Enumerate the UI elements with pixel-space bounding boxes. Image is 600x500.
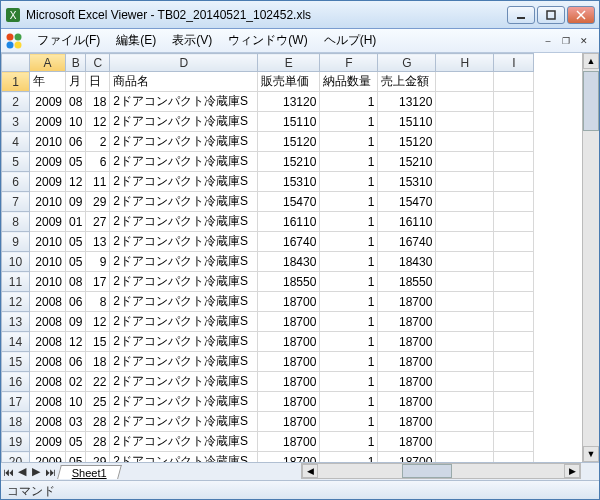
cell[interactable]: 2010 [30,232,66,252]
cell[interactable]: 8 [86,292,110,312]
col-header-E[interactable]: E [258,54,320,72]
cell[interactable] [436,392,494,412]
cell[interactable]: 16110 [258,212,320,232]
mdi-minimize-icon[interactable]: – [541,35,555,47]
cell[interactable]: 05 [66,452,86,463]
cell[interactable]: 28 [86,432,110,452]
cell[interactable] [494,452,534,463]
cell[interactable]: 1 [320,232,378,252]
cell[interactable]: 2009 [30,112,66,132]
cell[interactable]: 18 [86,352,110,372]
cell[interactable]: 18700 [258,372,320,392]
cell[interactable] [494,412,534,432]
cell[interactable]: 09 [66,312,86,332]
cell[interactable]: 1 [320,92,378,112]
cell[interactable]: 05 [66,232,86,252]
col-header-B[interactable]: B [66,54,86,72]
cell[interactable] [436,92,494,112]
cell[interactable]: 12 [66,172,86,192]
cell[interactable]: 18700 [378,432,436,452]
cell[interactable]: 22 [86,372,110,392]
cell[interactable]: 18430 [258,252,320,272]
cell[interactable]: 18700 [378,372,436,392]
cell[interactable]: 09 [66,192,86,212]
cell[interactable]: 18700 [258,432,320,452]
cell[interactable]: 1 [320,292,378,312]
cell[interactable]: 2010 [30,252,66,272]
cell[interactable] [494,272,534,292]
menu-view[interactable]: 表示(V) [164,30,220,51]
cell[interactable]: 18700 [378,352,436,372]
cell[interactable]: 1 [320,212,378,232]
cell[interactable] [494,152,534,172]
cell[interactable]: 18700 [258,392,320,412]
cell[interactable]: 16110 [378,212,436,232]
menu-help[interactable]: ヘルプ(H) [316,30,385,51]
cell[interactable]: 15110 [258,112,320,132]
cell[interactable]: 15120 [258,132,320,152]
cell[interactable]: 2ドアコンパクト冷蔵庫S [110,152,258,172]
cell[interactable]: 2009 [30,212,66,232]
cell[interactable]: 06 [66,132,86,152]
row-header[interactable]: 18 [2,412,30,432]
cell[interactable]: 18550 [258,272,320,292]
cell[interactable]: 2009 [30,172,66,192]
cell[interactable]: 08 [66,272,86,292]
cell[interactable]: 18550 [378,272,436,292]
cell[interactable]: 2008 [30,312,66,332]
cell[interactable]: 18700 [378,392,436,412]
cell[interactable]: 13120 [378,92,436,112]
cell[interactable]: 2ドアコンパクト冷蔵庫S [110,192,258,212]
cell[interactable]: 年 [30,72,66,92]
cell[interactable]: 6 [86,152,110,172]
cell[interactable]: 2ドアコンパクト冷蔵庫S [110,92,258,112]
cell[interactable]: 2009 [30,432,66,452]
cell[interactable]: 05 [66,152,86,172]
cell[interactable]: 15470 [258,192,320,212]
row-header[interactable]: 20 [2,452,30,463]
cell[interactable]: 18700 [378,332,436,352]
minimize-button[interactable] [507,6,535,24]
cell[interactable] [436,352,494,372]
row-header[interactable]: 12 [2,292,30,312]
cell[interactable]: 1 [320,152,378,172]
row-header[interactable]: 7 [2,192,30,212]
cell[interactable] [436,312,494,332]
sheet-tab[interactable]: Sheet1 [57,465,122,479]
cell[interactable] [494,312,534,332]
cell[interactable] [436,212,494,232]
row-header[interactable]: 2 [2,92,30,112]
cell[interactable]: 18700 [258,412,320,432]
menu-window[interactable]: ウィンドウ(W) [220,30,315,51]
row-header[interactable]: 15 [2,352,30,372]
cell[interactable] [436,132,494,152]
cell[interactable]: 2ドアコンパクト冷蔵庫S [110,112,258,132]
cell[interactable]: 05 [66,252,86,272]
cell[interactable]: 2ドアコンパクト冷蔵庫S [110,332,258,352]
cell[interactable] [436,412,494,432]
cell[interactable]: 12 [66,332,86,352]
tab-nav-prev-icon[interactable]: ◀ [15,465,29,479]
horizontal-scrollbar[interactable]: ◀ ▶ [301,463,581,479]
cell[interactable]: 販売単価 [258,72,320,92]
cell[interactable]: 売上金額 [378,72,436,92]
cell[interactable]: 月 [66,72,86,92]
cell[interactable] [494,332,534,352]
cell[interactable]: 12 [86,112,110,132]
hscroll-thumb[interactable] [402,464,452,478]
row-header[interactable]: 3 [2,112,30,132]
cell[interactable]: 08 [66,92,86,112]
menu-file[interactable]: ファイル(F) [29,30,108,51]
cell[interactable]: 12 [86,312,110,332]
col-header-I[interactable]: I [494,54,534,72]
cell[interactable]: 2ドアコンパクト冷蔵庫S [110,352,258,372]
cell[interactable]: 2ドアコンパクト冷蔵庫S [110,212,258,232]
close-button[interactable] [567,6,595,24]
select-all-corner[interactable] [2,54,30,72]
cell[interactable]: 2008 [30,292,66,312]
cell[interactable]: 06 [66,352,86,372]
col-header-A[interactable]: A [30,54,66,72]
cell[interactable]: 2010 [30,192,66,212]
cell[interactable]: 29 [86,192,110,212]
cell[interactable]: 2009 [30,452,66,463]
